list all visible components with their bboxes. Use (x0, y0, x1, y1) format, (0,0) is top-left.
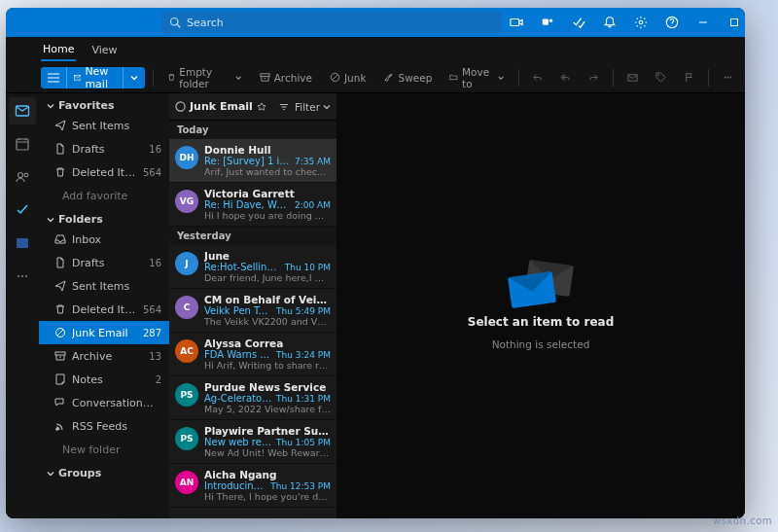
nav-section-groups[interactable]: Groups (39, 461, 169, 481)
message-list: Junk Email Filter Today DH Donnie Hull R… (169, 93, 336, 518)
message-item[interactable]: AC Alyssa Correa FDA Warns of Counterfe…… (169, 333, 336, 376)
nav-item-deleted-items[interactable]: Deleted Items 564 (39, 298, 169, 321)
meet-now-icon[interactable] (502, 8, 531, 37)
chevron-down-icon (323, 103, 331, 111)
send-icon (54, 120, 66, 131)
list-group-header[interactable]: Yesterday (169, 227, 336, 245)
nav-item-sent-items[interactable]: Sent Items (39, 114, 169, 137)
sweep-icon (383, 72, 394, 83)
nav-item-sent-items[interactable]: Sent Items (39, 274, 169, 298)
tab-view[interactable]: View (89, 40, 119, 60)
new-mail-button[interactable]: New mail (41, 67, 145, 89)
svg-point-28 (18, 173, 23, 178)
forward-icon (588, 72, 599, 83)
empty-sub: Nothing is selected (492, 338, 590, 350)
rail-word[interactable] (9, 230, 36, 257)
star-icon[interactable] (257, 102, 266, 112)
message-time: Thu 5:49 PM (276, 306, 331, 316)
nav-item-inbox[interactable]: Inbox (39, 228, 169, 251)
nav-count: 16 (149, 258, 161, 268)
nav-item-notes[interactable]: Notes 2 (39, 368, 169, 391)
add-favorite[interactable]: Add favorite (39, 184, 169, 207)
message-item[interactable]: PS Playwire Partner Success New web rewa… (169, 420, 336, 464)
message-from: Victoria Garrett (204, 188, 331, 199)
mail-icon (74, 73, 81, 83)
flag-icon (684, 72, 694, 83)
rail-todo[interactable] (9, 196, 36, 224)
message-from: June (204, 250, 331, 262)
nav-item-conversation-his-[interactable]: Conversation His… (39, 391, 169, 414)
notifications-icon[interactable] (595, 8, 624, 37)
select-all-icon[interactable] (175, 101, 186, 112)
rail-more[interactable] (9, 263, 36, 290)
nav-item-drafts[interactable]: Drafts 16 (39, 251, 169, 274)
maximize-button[interactable] (720, 8, 745, 37)
tab-home[interactable]: Home (41, 39, 76, 61)
message-item[interactable]: PS Purdue News Service Ag-Celerator fund… (169, 376, 336, 420)
message-item[interactable]: AN Aicha Ngang Introducing you to th…Thu… (169, 464, 336, 508)
svg-point-29 (24, 173, 28, 177)
message-item[interactable]: VG Victoria Garrett Re: Hi Dave, Wanted … (169, 183, 336, 227)
overflow-6[interactable] (678, 67, 700, 89)
avatar: AN (175, 471, 198, 494)
message-item[interactable]: C CM on Behalf of Veikk Pen Tablets Veik… (169, 289, 336, 333)
svg-line-17 (333, 75, 338, 81)
message-item[interactable]: DH Donnie Hull Re: [Survey] 1 in 5 retir… (169, 139, 336, 183)
nav-item-deleted-items[interactable]: Deleted Items 564 (39, 160, 169, 184)
rail-people[interactable] (9, 163, 36, 191)
teams-icon[interactable] (533, 8, 562, 37)
filter-button[interactable]: Filter (295, 101, 331, 113)
avatar: VG (175, 190, 198, 213)
search-box[interactable] (161, 12, 502, 33)
overflow-4[interactable] (621, 67, 644, 89)
list-group-header[interactable]: Today (169, 121, 336, 139)
empty-folder-button[interactable]: Empty folder (161, 67, 248, 89)
rail-mail[interactable] (9, 97, 36, 124)
list-body[interactable]: Today DH Donnie Hull Re: [Survey] 1 in 5… (169, 121, 336, 518)
settings-icon[interactable] (626, 8, 655, 37)
avatar: PS (175, 427, 198, 450)
message-item[interactable]: J June Re:Hot-Selling desk a…Thu 10 PM D… (169, 245, 336, 289)
move-to-button[interactable]: Move to (443, 67, 510, 89)
nav-item-drafts[interactable]: Drafts 16 (39, 137, 169, 160)
nav-item-archive[interactable]: Archive 13 (39, 344, 169, 368)
message-from: Playwire Partner Success (204, 425, 331, 437)
separator (518, 69, 519, 87)
avatar: J (175, 252, 198, 275)
svg-point-19 (658, 75, 659, 76)
new-folder[interactable]: New folder (39, 438, 169, 461)
nav-section-folders[interactable]: Folders (39, 207, 169, 228)
nav-section-favorites[interactable]: Favorites (39, 93, 169, 114)
overflow-2[interactable] (554, 67, 577, 89)
archive-button[interactable]: Archive (254, 67, 318, 89)
svg-point-21 (727, 77, 729, 79)
overflow-5[interactable] (650, 67, 672, 89)
rail-calendar[interactable] (9, 130, 36, 158)
overflow-3[interactable] (583, 67, 605, 89)
avatar: PS (175, 383, 198, 407)
app-window: Home View New mail Empty folder Archive … (6, 8, 745, 518)
overflow-1[interactable] (526, 67, 548, 89)
junk-button[interactable]: Junk (324, 67, 372, 89)
filter-lines-icon[interactable] (279, 102, 289, 112)
help-icon[interactable] (657, 8, 687, 37)
nav-item-junk-email[interactable]: Junk Email 287 (39, 321, 169, 344)
nav-item-rss-feeds[interactable]: RSS Feeds (39, 414, 169, 438)
svg-rect-15 (261, 74, 269, 77)
svg-point-0 (171, 18, 179, 26)
sweep-button[interactable]: Sweep (377, 67, 438, 89)
svg-rect-2 (511, 19, 519, 26)
list-header: Junk Email Filter (169, 93, 336, 121)
avatar: DH (175, 146, 198, 169)
message-time: 7:35 AM (295, 157, 331, 166)
message-preview: Dear friend, June here,I wish you hea… (204, 272, 331, 283)
watermark: wsxdn.com (713, 515, 772, 526)
overflow-more[interactable] (717, 67, 739, 89)
todo-icon[interactable] (564, 8, 593, 37)
search-input[interactable] (187, 17, 494, 29)
notes-icon (54, 373, 66, 385)
trash-icon (54, 303, 66, 315)
titlebar (6, 8, 745, 37)
minimize-button[interactable] (689, 8, 718, 37)
nav-count: 564 (143, 304, 161, 315)
